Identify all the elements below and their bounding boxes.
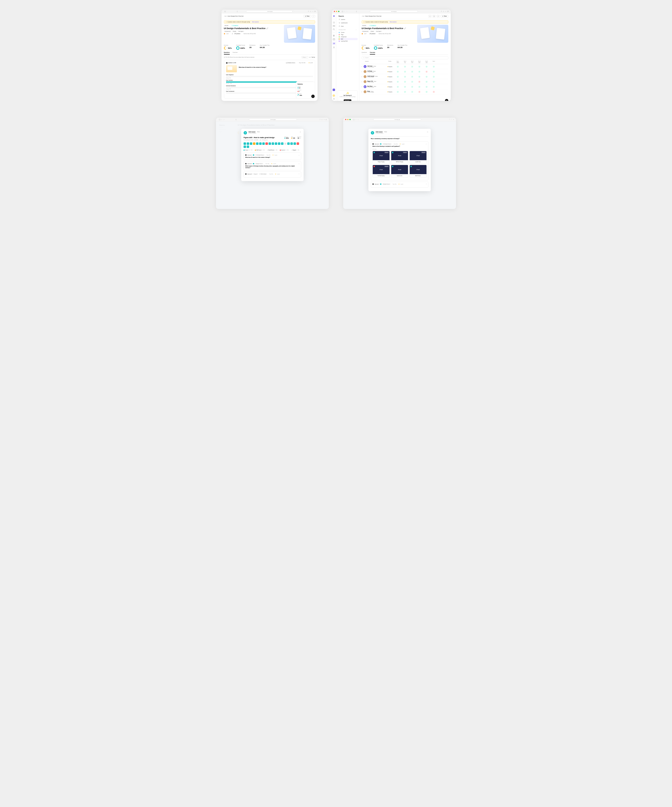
question-cell[interactable]: 18 xyxy=(296,143,299,145)
question-cell[interactable]: 20 xyxy=(247,146,249,148)
home-icon[interactable] xyxy=(333,21,335,23)
settings-button[interactable] xyxy=(437,15,440,18)
table-row[interactable]: 6BrianDesignJr UI/UX Designer50 points xyxy=(362,89,449,95)
table-row[interactable]: 3Ardhi IrwandiDesignJr UI/UX Designer50 … xyxy=(362,74,449,79)
question-cell[interactable]: 5 xyxy=(256,143,258,145)
download-button[interactable] xyxy=(429,15,432,18)
question-cell[interactable]: 17 xyxy=(293,143,296,145)
share-button[interactable]: Share xyxy=(441,15,448,18)
question-cell[interactable]: 19 xyxy=(243,146,246,148)
sidebar-item-assignment[interactable]: Assignment xyxy=(338,36,358,38)
font-option[interactable]: ResponseFontRed Hat Display xyxy=(372,165,390,178)
question-cell[interactable]: 12 xyxy=(278,143,280,145)
share-icon[interactable] xyxy=(443,11,444,12)
col-learner[interactable]: Learner xyxy=(362,61,386,63)
col-question[interactable]: No.440% xyxy=(416,61,423,63)
modal-backdrop[interactable]: AI Adit IrawanDesignJr UI/UX Designer Wh… xyxy=(343,121,456,209)
nav-forward[interactable] xyxy=(223,119,225,120)
nav-back[interactable] xyxy=(344,11,345,12)
gear-icon[interactable] xyxy=(333,98,335,100)
question-cell[interactable]: 16 xyxy=(290,143,293,145)
shield-icon[interactable] xyxy=(441,11,442,12)
modal-backdrop[interactable]: AI Adit IrawanDesignJr UI/UX Designer Fi… xyxy=(216,121,329,209)
sidebar-item-learners[interactable]: Learners xyxy=(338,18,358,21)
chevron-up-icon[interactable] xyxy=(426,144,427,144)
question-cell[interactable]: 13 xyxy=(281,143,283,145)
font-option[interactable]: ResponseFontJosefin Sans xyxy=(409,151,427,164)
question-cell[interactable]: 10 xyxy=(272,143,274,145)
modal-question-3[interactable]: 3Question 3SkippedFill the blank·Time 32… xyxy=(243,171,301,178)
shield-icon[interactable] xyxy=(308,11,309,12)
col-points[interactable]: Points xyxy=(386,61,394,63)
help-fab[interactable]: ? xyxy=(445,99,449,101)
share-icon[interactable] xyxy=(310,11,311,12)
share-button[interactable]: Share xyxy=(303,15,311,18)
edit-icon[interactable] xyxy=(404,27,406,29)
moon-icon[interactable] xyxy=(236,119,237,120)
moon-icon[interactable] xyxy=(356,11,358,12)
modal-question-1[interactable]: 1Question 1Multiple Choice·Time 32s·1 po… xyxy=(243,153,301,160)
table-row[interactable]: 2Arif BrataDesignJr UI/UX Designer50 poi… xyxy=(362,69,449,74)
plus-icon[interactable] xyxy=(445,11,446,12)
logo-icon[interactable] xyxy=(333,15,335,17)
inbox-icon[interactable] xyxy=(333,25,335,27)
add-button[interactable]: + xyxy=(333,89,335,91)
close-icon[interactable] xyxy=(427,131,429,133)
tab-questions[interactable]: Questions xyxy=(362,51,367,55)
tab-overview[interactable]: Overview xyxy=(370,51,375,55)
question-cell[interactable]: 11 xyxy=(275,143,277,145)
badge-notif[interactable] xyxy=(333,95,335,97)
tabs-icon[interactable] xyxy=(447,11,449,12)
tab-overview[interactable]: Overview xyxy=(233,51,238,55)
calendar-icon[interactable] xyxy=(333,38,335,40)
filter-type[interactable]: All type xyxy=(301,56,308,58)
question-cell[interactable]: 15 xyxy=(287,143,290,145)
question-cell[interactable]: 3 xyxy=(250,143,252,145)
sidebar-toggle-icon[interactable] xyxy=(342,11,343,12)
sidebar-toggle-icon[interactable] xyxy=(224,11,226,12)
refresh-icon[interactable] xyxy=(292,11,293,12)
font-option[interactable]: FontAbril Fatface xyxy=(409,165,427,178)
nav-forward[interactable] xyxy=(346,11,348,12)
modal-question-7[interactable]: 7Question 7Multiple Choice·Time 32s·1 po… xyxy=(371,181,429,188)
sidebar-item-learning-path[interactable]: Learning Path xyxy=(338,40,358,42)
promo-cta[interactable]: Try it now→ xyxy=(344,100,351,101)
question-cell[interactable]: 8 xyxy=(265,143,268,145)
font-option[interactable]: ResponseFontDM Serif Display xyxy=(391,151,408,164)
chevron-down-icon[interactable] xyxy=(299,154,300,156)
plus-icon[interactable] xyxy=(312,11,313,12)
view-question-link[interactable]: View Question xyxy=(390,22,397,23)
sidebar-toggle-icon[interactable] xyxy=(219,119,220,120)
url-bar[interactable]: trenning.app xyxy=(373,118,421,121)
tabs-icon[interactable] xyxy=(314,11,316,12)
sidebar-item-course[interactable]: Course xyxy=(338,32,358,34)
sort-icon[interactable] xyxy=(310,57,311,58)
search-icon[interactable] xyxy=(333,28,335,30)
question-cell[interactable]: 1 xyxy=(243,143,246,145)
url-bar[interactable]: trenning.app xyxy=(249,118,297,121)
question-cell[interactable]: 14 xyxy=(284,143,286,145)
sidebar-item-leaderboards[interactable]: Leaderboards xyxy=(338,22,358,24)
help-fab[interactable]: ? xyxy=(311,95,314,98)
close-icon[interactable] xyxy=(300,131,301,133)
view-question-link[interactable]: View Question xyxy=(252,22,259,23)
question-cell[interactable]: 4 xyxy=(253,143,255,145)
url-bar[interactable]: trenning.app xyxy=(370,10,418,12)
edit-icon[interactable] xyxy=(266,27,268,29)
users-icon[interactable] xyxy=(333,46,335,48)
moon-icon[interactable] xyxy=(237,11,238,12)
font-option[interactable]: FontQuattrocento xyxy=(391,165,408,178)
question-cell[interactable]: 2 xyxy=(247,143,249,145)
url-bar[interactable]: trenning.app xyxy=(246,10,294,12)
sidebar-item-quiz[interactable]: Quiz xyxy=(338,38,358,40)
table-row[interactable]: 5BNBani NaonDesignJr UI/UX Designer50 po… xyxy=(362,84,449,89)
delete-button[interactable] xyxy=(432,15,435,18)
crumb-root[interactable]: Quiz xyxy=(224,16,227,17)
nav-back[interactable] xyxy=(221,119,222,120)
col-question[interactable]: No.1100% xyxy=(394,61,402,63)
col-question[interactable]: No.370% xyxy=(409,61,416,63)
col-question[interactable]: No.6 xyxy=(430,61,437,63)
sort-label[interactable]: Sort by xyxy=(311,57,315,58)
reports-icon[interactable] xyxy=(333,42,336,45)
col-question[interactable]: No.20% xyxy=(402,61,409,63)
